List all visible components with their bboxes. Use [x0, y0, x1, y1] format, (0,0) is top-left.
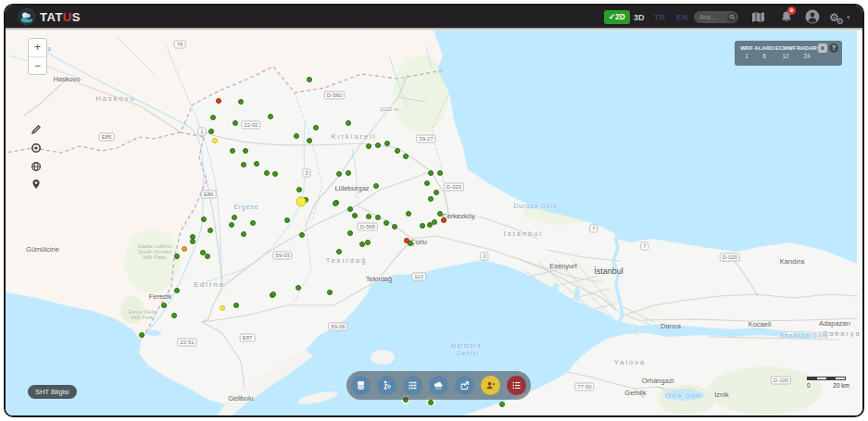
station-marker[interactable]: [232, 215, 237, 220]
hour-12[interactable]: 12: [774, 53, 797, 59]
station-marker[interactable]: [365, 240, 371, 245]
station-marker[interactable]: [384, 141, 390, 146]
station-marker[interactable]: [299, 232, 305, 238]
station-marker[interactable]: [190, 239, 195, 244]
station-marker[interactable]: [294, 133, 299, 139]
station-marker[interactable]: [499, 402, 505, 407]
info-badge[interactable]: SHT Bilgisi: [28, 385, 77, 399]
hour-6[interactable]: 6: [754, 53, 774, 59]
station-marker[interactable]: [296, 187, 302, 192]
lang-en-button[interactable]: EN: [676, 13, 688, 22]
database-button[interactable]: [351, 376, 371, 395]
station-marker[interactable]: [366, 143, 371, 149]
station-marker[interactable]: [174, 254, 180, 259]
search-icon[interactable]: [727, 13, 736, 22]
station-marker[interactable]: [352, 213, 358, 218]
table-list-button[interactable]: [403, 376, 422, 395]
station-marker[interactable]: [243, 148, 248, 154]
station-marker[interactable]: [346, 120, 351, 126]
model-wrf[interactable]: WRF: [739, 45, 754, 51]
app-logo[interactable]: TATUS: [19, 8, 81, 25]
legend-list-button[interactable]: [507, 376, 526, 395]
station-marker[interactable]: [307, 77, 312, 82]
model-radar[interactable]: RADAR: [797, 45, 817, 51]
station-marker[interactable]: [230, 148, 235, 154]
station-marker[interactable]: [241, 231, 246, 237]
station-marker[interactable]: [229, 222, 234, 228]
users-button[interactable]: [481, 376, 500, 395]
zoom-out-button[interactable]: −: [29, 57, 46, 75]
view-2d-button[interactable]: ✓2D: [604, 10, 630, 24]
station-marker[interactable]: [205, 254, 210, 259]
station-marker[interactable]: [238, 99, 244, 105]
station-marker[interactable]: [201, 217, 207, 222]
hour-1[interactable]: 1: [739, 53, 754, 59]
station-marker[interactable]: [139, 332, 145, 338]
station-marker[interactable]: [250, 220, 256, 226]
search-input[interactable]: Ara...: [694, 11, 738, 23]
station-marker[interactable]: [392, 224, 397, 229]
station-marker[interactable]: [384, 220, 389, 226]
station-marker[interactable]: [347, 206, 353, 212]
station-marker[interactable]: [284, 217, 290, 223]
station-marker[interactable]: [270, 291, 276, 297]
station-marker[interactable]: [241, 162, 246, 167]
station-marker[interactable]: [437, 211, 443, 217]
share-export-button[interactable]: [455, 376, 474, 395]
panel-close-button[interactable]: X: [818, 43, 827, 53]
station-marker[interactable]: [210, 115, 216, 120]
settings-gears-icon[interactable]: ⚙⚙: [829, 8, 844, 26]
bell-icon[interactable]: 9: [780, 10, 793, 27]
station-marker[interactable]: [366, 214, 371, 219]
location-pin-icon[interactable]: [30, 178, 43, 191]
station-marker[interactable]: [395, 148, 400, 154]
zoom-in-button[interactable]: +: [29, 39, 46, 56]
station-marker[interactable]: [220, 305, 225, 311]
station-marker[interactable]: [406, 211, 411, 217]
station-marker[interactable]: [336, 249, 342, 254]
panel-info-button[interactable]: ?: [829, 43, 838, 53]
station-marker[interactable]: [216, 98, 221, 104]
station-marker[interactable]: [174, 288, 180, 293]
station-marker[interactable]: [161, 303, 167, 308]
station-marker[interactable]: [404, 238, 409, 243]
station-marker[interactable]: [420, 223, 425, 229]
station-marker[interactable]: [212, 138, 218, 143]
map-icon[interactable]: [751, 10, 765, 27]
lang-tr-button[interactable]: TR: [654, 13, 665, 22]
station-marker[interactable]: [307, 138, 312, 143]
model-ecmwf[interactable]: ECMWF: [774, 45, 797, 51]
station-marker[interactable]: [327, 290, 333, 295]
station-marker[interactable]: [233, 120, 238, 126]
station-marker[interactable]: [434, 190, 439, 195]
mobile-station-button[interactable]: [377, 376, 396, 395]
station-marker[interactable]: [346, 170, 351, 176]
model-alaro[interactable]: ALARO: [754, 45, 774, 51]
station-marker[interactable]: [403, 154, 409, 159]
station-marker[interactable]: [428, 196, 434, 202]
station-marker[interactable]: [208, 228, 213, 233]
station-marker[interactable]: [264, 170, 270, 176]
station-marker[interactable]: [375, 142, 381, 148]
station-marker[interactable]: [182, 246, 187, 252]
station-marker[interactable]: [208, 129, 214, 134]
station-marker[interactable]: [432, 219, 437, 225]
view-3d-button[interactable]: 3D: [634, 13, 645, 22]
station-marker[interactable]: [428, 400, 434, 405]
station-marker[interactable]: [437, 170, 443, 176]
station-marker[interactable]: [336, 171, 342, 177]
station-marker[interactable]: [313, 125, 319, 130]
station-marker[interactable]: [424, 180, 430, 186]
station-marker[interactable]: [296, 285, 301, 291]
station-marker[interactable]: [375, 215, 381, 220]
user-icon[interactable]: [805, 9, 820, 28]
caret-down-icon[interactable]: ▾: [847, 14, 850, 21]
station-marker[interactable]: [441, 217, 447, 223]
station-marker[interactable]: [233, 303, 239, 308]
station-marker[interactable]: [254, 161, 259, 167]
station-marker[interactable]: [373, 183, 379, 189]
weather-cloud-button[interactable]: [429, 376, 448, 395]
station-marker[interactable]: [428, 170, 434, 176]
hour-24[interactable]: 24: [797, 53, 817, 59]
station-marker[interactable]: [333, 201, 338, 206]
